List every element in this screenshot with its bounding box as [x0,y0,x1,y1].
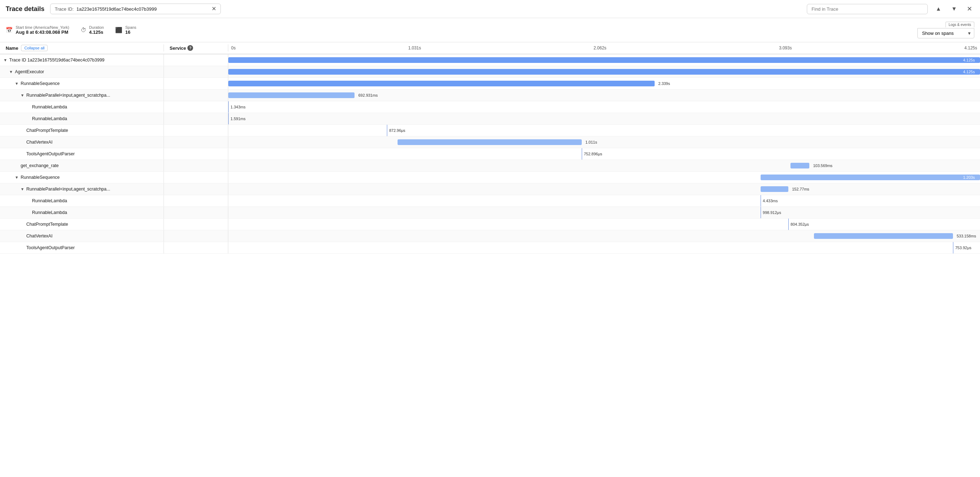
tick-2: 2.062s [593,46,606,51]
trace-id-value: 1a223e16755f19d6ac74bec4c07b3999 [76,6,209,12]
tick-3: 3.093s [779,46,792,51]
row-timeline-cell: 753.92μs [228,242,980,253]
span-bar [228,57,980,63]
row-name-cell: ▼RunnableParallel<input,agent_scratchpa.… [0,91,164,99]
find-in-trace-input[interactable] [811,6,923,12]
span-bar [760,186,788,192]
duration-value: 4.125s [89,30,104,35]
table-row: ToolsAgentOutputParser752.896μs [0,148,980,160]
tick-4: 4.125s [964,46,977,51]
cell-separator [164,219,164,230]
row-timeline-cell: 2.339s [228,78,980,89]
row-timeline-cell: 1.011s [228,137,980,148]
logs-events-group: Logs & events Show on spans ▼ [917,22,974,38]
row-timeline-cell: 152.77ms [228,183,980,195]
expand-toggle[interactable]: ▼ [8,70,14,74]
trace-rows-container: ▼Trace ID 1a223e16755f19d6ac74bec4c07b39… [0,54,980,254]
expand-toggle[interactable]: ▼ [3,58,8,62]
row-name-label: RunnableSequence [21,81,60,86]
row-name-cell: ▼RunnableSequence [0,80,164,87]
logs-events-select[interactable]: Show on spans [917,28,974,38]
header: Trace details Trace ID: 1a223e16755f19d6… [0,0,980,18]
logs-events-label: Logs & events [945,22,974,27]
find-in-trace-box [807,4,928,14]
expand-toggle[interactable]: ▼ [20,187,25,191]
row-name-label: AgentExecutor [15,69,44,74]
th-service: Service ? [164,45,228,51]
row-name-cell: RunnableLambda [0,115,164,122]
row-timeline-cell: 872.96μs [228,125,980,136]
duration-label: Duration [89,25,104,30]
row-timeline-cell: 752.896μs [228,148,980,160]
span-duration-label: 4.125s [963,58,976,62]
row-name-cell: ToolsAgentOutputParser [0,150,164,158]
row-timeline-cell: 4.125s [228,66,980,78]
span-bar [398,139,582,145]
row-name-label: get_exchange_rate [21,163,59,168]
span-bar [791,163,809,169]
spans-icon: ⬛ [115,27,123,33]
cell-separator [164,101,164,113]
col-service-label: Service [170,46,186,51]
row-name-label: Trace ID 1a223e16755f19d6ac74bec4c07b399… [9,57,105,62]
row-name-cell: ChatPromptTemplate [0,220,164,228]
expand-toggle[interactable]: ▼ [14,175,19,180]
nav-up-button[interactable]: ▲ [934,4,943,14]
table-row: ChatPromptTemplate804.352μs [0,219,980,231]
expand-toggle[interactable]: ▼ [20,93,25,97]
expand-toggle[interactable]: ▼ [14,81,19,86]
span-duration-label: 998.912μs [763,210,781,215]
table-row: ▼RunnableSequence1.203s [0,172,980,183]
cell-separator [164,242,164,253]
row-name-cell: ChatVertexAI [0,232,164,240]
row-timeline-cell: 1.203s [228,172,980,183]
span-duration-label: 752.896μs [584,152,602,156]
row-timeline-cell: 692.931ms [228,89,980,101]
row-name-cell: ▼AgentExecutor [0,68,164,76]
cell-separator [164,78,164,89]
row-name-label: ToolsAgentOutputParser [26,151,75,156]
row-timeline-cell: 998.912μs [228,207,980,218]
clock-icon: ⏱ [81,27,86,33]
table-row: ChatVertexAI1.011s [0,137,980,148]
cell-separator [164,54,164,66]
logs-events-dropdown-wrapper: Show on spans ▼ [917,28,974,38]
row-name-cell: RunnableLambda [0,197,164,205]
table-row: ChatPromptTemplate872.96μs [0,125,980,137]
row-timeline-cell: 4.433ms [228,195,980,207]
table-row: ChatVertexAI533.158ms [0,231,980,242]
service-help-icon[interactable]: ? [188,45,193,51]
tick-line [387,125,387,136]
table-row: ▼RunnableSequence2.339s [0,78,980,89]
span-bar [228,81,655,86]
cell-separator [164,183,164,195]
row-name-label: ChatVertexAI [26,234,52,238]
span-duration-label: 753.92μs [955,246,971,250]
duration-item: ⏱ Duration 4.125s [81,25,104,35]
th-name: Name Collapse all [0,45,164,51]
cell-separator [164,89,164,101]
row-name-cell: ▼RunnableSequence [0,173,164,181]
tick-line [788,219,789,230]
tick-line [760,207,761,218]
nav-down-button[interactable]: ▼ [949,4,959,14]
cell-separator [164,207,164,218]
cell-separator [164,160,164,171]
cell-separator [164,113,164,124]
row-timeline-cell: 533.158ms [228,231,980,242]
start-time-value: Aug 8 at 6:43:08.068 PM [16,30,69,35]
span-duration-label: 152.77ms [792,187,809,191]
row-name-label: RunnableParallel<input,agent_scratchpa..… [26,187,110,192]
span-duration-label: 103.569ms [813,164,832,168]
table-row: RunnableLambda1.591ms [0,113,980,125]
row-name-cell: ▼RunnableParallel<input,agent_scratchpa.… [0,185,164,193]
trace-id-clear-button[interactable]: ✕ [212,6,216,12]
spans-value: 16 [125,30,136,35]
row-name-label: RunnableLambda [32,210,67,215]
trace-id-label: Trace ID: [55,6,73,12]
table-row: RunnableLambda998.912μs [0,207,980,219]
span-duration-label: 533.158ms [956,234,976,238]
table-row: get_exchange_rate103.569ms [0,160,980,172]
collapse-all-button[interactable]: Collapse all [21,45,48,51]
close-button[interactable]: ✕ [965,3,974,14]
